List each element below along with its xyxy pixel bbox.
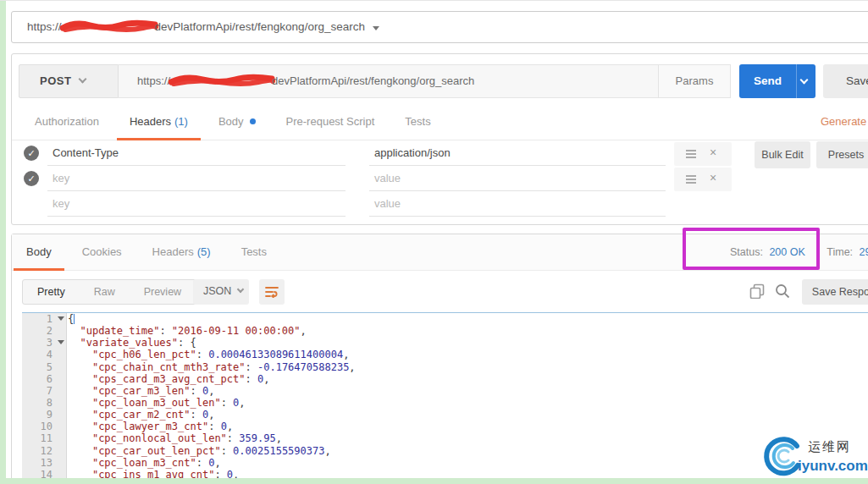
request-url-prefix: https://: [137, 74, 170, 87]
response-tab-cookies[interactable]: Cookies: [69, 234, 135, 271]
header-row: ✓Content-Typeapplication/json×: [12, 141, 868, 167]
wrap-text-button[interactable]: [259, 279, 285, 305]
line-number: 5: [22, 361, 66, 373]
fold-caret-icon[interactable]: [58, 340, 64, 344]
presets-button[interactable]: Presets: [816, 141, 868, 168]
json-punct: ,: [239, 397, 245, 409]
json-punct: [68, 373, 92, 385]
row-checkbox[interactable]: ✓: [24, 146, 39, 161]
line-number: 11: [22, 432, 66, 444]
line-number: 2: [22, 325, 66, 337]
method-select[interactable]: POST: [19, 64, 119, 98]
response-tab-tests[interactable]: Tests: [229, 234, 279, 271]
redaction-scribble: [169, 74, 275, 87]
request-tab-tests[interactable]: Tests: [392, 105, 443, 140]
json-key: "cpc_lawyer_m3_cnt": [92, 421, 208, 432]
redaction-scribble: [60, 19, 158, 33]
header-value-field[interactable]: value: [369, 192, 666, 217]
json-punct: ,: [276, 432, 282, 444]
json-punct: :: [196, 349, 208, 360]
json-punct: ,: [301, 325, 307, 337]
request-tab-authorization[interactable]: Authorization: [22, 105, 112, 140]
frame-edge-left: [0, 1, 6, 484]
response-body-editor[interactable]: 1234567891011121314 { "update_time": "20…: [22, 312, 868, 484]
json-punct: ,: [324, 445, 330, 457]
response-tab-body[interactable]: Body: [14, 234, 64, 271]
header-value-field[interactable]: value: [369, 167, 666, 191]
format-dropdown[interactable]: JSON: [193, 279, 249, 305]
json-punct: ,: [263, 373, 269, 385]
iyunv-watermark: 运维网 iyunv.com: [760, 434, 866, 481]
json-punct: [68, 409, 92, 421]
header-key-field[interactable]: key: [47, 192, 346, 217]
request-tab-pre-request-script[interactable]: Pre-request Script: [274, 105, 388, 140]
collection-caret-icon[interactable]: [373, 26, 379, 30]
json-punct: :: [246, 373, 257, 385]
line-number-gutter: 1234567891011121314: [22, 313, 67, 484]
drag-handle-icon[interactable]: [686, 153, 696, 155]
code-line: "cpc_loan_m3_out_len": 0,: [68, 397, 868, 409]
header-row: ✓keyvalue×: [12, 167, 868, 192]
view-mode-raw[interactable]: Raw: [80, 280, 130, 304]
fold-caret-icon[interactable]: [58, 316, 64, 321]
code-line: "cpc_nonlocal_out_len": 359.95,: [68, 432, 868, 444]
frame-edge-bottom: [0, 478, 868, 484]
generate-code-link[interactable]: Generate Code: [821, 115, 868, 128]
json-number: 359.95: [239, 432, 275, 444]
send-options-button[interactable]: [796, 64, 815, 98]
send-button[interactable]: Send: [739, 64, 796, 98]
json-punct: [68, 432, 92, 444]
drag-handle-icon[interactable]: [686, 179, 696, 180]
collection-url-bar[interactable]: https://devPlatformApi/rest/fengkong/org…: [11, 11, 868, 43]
search-icon[interactable]: [775, 283, 790, 302]
line-number: 13: [22, 457, 66, 469]
watermark-cn-text: 运维网: [808, 439, 851, 455]
time-value: 2932 ms: [860, 246, 868, 258]
header-value-text: value: [374, 197, 401, 210]
json-punct: ,: [343, 349, 349, 360]
header-value-field[interactable]: application/json: [369, 141, 666, 166]
response-tab-headers[interactable]: Headers(5): [140, 234, 224, 271]
collection-url-prefix: https://: [27, 20, 62, 33]
json-punct: ,: [349, 361, 355, 373]
delete-row-icon[interactable]: ×: [710, 171, 716, 184]
request-url-input[interactable]: https://devPlatformApi/rest/fengkong/org…: [119, 64, 659, 98]
header-key-text: Content-Type: [53, 146, 119, 159]
save-response-button[interactable]: Save Response: [802, 279, 868, 305]
json-key: "cps_card_m3_avg_cnt_pct": [92, 373, 246, 385]
json-punct: [68, 349, 92, 360]
request-tab-tab-label: Authorization: [35, 115, 99, 128]
header-key-field[interactable]: Content-Type: [47, 141, 346, 166]
line-number: 6: [22, 373, 66, 385]
response-tab-tab-label: Cookies: [82, 245, 122, 258]
json-number: 0: [221, 421, 227, 432]
tab-count-badge: (5): [197, 245, 211, 258]
row-actions: ×: [674, 168, 732, 191]
delete-row-icon[interactable]: ×: [710, 146, 716, 159]
save-button[interactable]: Save: [823, 64, 868, 98]
request-tab-tab-label: Body: [218, 115, 244, 128]
request-tabs: AuthorizationHeaders(1)BodyPre-request S…: [12, 105, 868, 140]
params-button[interactable]: Params: [659, 64, 731, 98]
code-line: "cpc_lawyer_m3_cnt": 0,: [68, 421, 868, 432]
request-tab-headers[interactable]: Headers(1): [117, 105, 201, 140]
json-punct: ,: [214, 457, 220, 469]
copy-icon[interactable]: [749, 283, 765, 302]
json-punct: ,: [208, 409, 214, 421]
view-mode-switch: PrettyRawPreview: [22, 279, 196, 305]
json-number: -0.176470588235: [257, 361, 349, 373]
request-tab-tab-label: Pre-request Script: [286, 115, 375, 128]
json-key: "cpc_h06_len_pct": [92, 349, 196, 360]
json-punct: {: [191, 337, 196, 349]
header-key-field[interactable]: key: [47, 167, 346, 191]
json-punct: :: [191, 385, 202, 397]
request-tab-body[interactable]: Body: [206, 105, 268, 140]
view-mode-preview[interactable]: Preview: [130, 280, 196, 304]
bulk-edit-button[interactable]: Bulk Edit: [755, 141, 810, 168]
line-number: 12: [22, 445, 66, 457]
body-filled-dot: [250, 118, 256, 124]
row-checkbox[interactable]: ✓: [24, 171, 39, 186]
json-punct: :: [221, 445, 233, 457]
status-label: Status:: [730, 246, 763, 258]
view-mode-pretty[interactable]: Pretty: [23, 280, 80, 304]
